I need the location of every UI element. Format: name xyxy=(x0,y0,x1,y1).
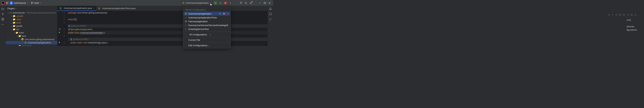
popup-item[interactable]: AutomacorpApplicationTests xyxy=(183,16,231,19)
run-gutter-icon[interactable] xyxy=(58,28,61,30)
ai-assistant-icon[interactable] xyxy=(269,12,272,16)
tree-item-selected[interactable]: AutomacorpApplication xyxy=(6,41,57,44)
wrap-icon[interactable] xyxy=(626,13,629,17)
line-number: 5 xyxy=(58,21,65,24)
popup-edit-configs[interactable]: Edit Configurations... xyxy=(183,43,231,46)
editor-tab-active[interactable]: AutomacorpApplication.java × xyxy=(58,6,96,11)
editor-tab[interactable]: AutomacorpApplicationTests.java xyxy=(96,6,138,11)
notifications-icon[interactable] xyxy=(269,7,272,10)
project-panel-header[interactable]: Project ▾ xyxy=(6,6,57,11)
tree-root[interactable]: ▾ automacorp ~/Workspace/java/automacorp xyxy=(6,11,57,14)
code-line[interactable] xyxy=(68,21,268,24)
test-icon xyxy=(184,16,187,19)
svg-point-13 xyxy=(240,2,241,3)
run-gutter-icon[interactable] xyxy=(58,31,61,34)
popup-item[interactable]: DummyUserServiceTest.testGreetingAll xyxy=(183,23,231,27)
svg-point-12 xyxy=(230,3,230,4)
folder-icon: 📁 xyxy=(16,31,18,34)
svg-point-33 xyxy=(99,8,100,9)
svg-rect-20 xyxy=(3,18,4,19)
commit-tool-icon[interactable] xyxy=(1,12,4,16)
more-icon[interactable] xyxy=(226,12,229,15)
tree-item[interactable]: ▾📁main xyxy=(6,31,57,34)
close-tab-icon[interactable]: × xyxy=(93,7,94,10)
hide-icon[interactable] xyxy=(630,13,633,17)
code-line[interactable]: package com.emse.spring.automacorp; xyxy=(68,11,268,14)
spring-icon xyxy=(98,7,100,10)
code-line[interactable]: import ... xyxy=(68,18,268,21)
tree-item[interactable]: ▸📁gradle xyxy=(6,24,57,28)
test-icon xyxy=(184,24,187,27)
folder-icon: 📁 xyxy=(13,18,16,21)
spring-icon xyxy=(184,20,187,23)
stop-button[interactable] xyxy=(223,1,228,5)
more-icon[interactable] xyxy=(228,1,232,5)
tree-item[interactable]: ▸📁.idea xyxy=(6,18,57,21)
up-icon[interactable] xyxy=(611,13,614,17)
main-menu-icon[interactable] xyxy=(6,2,9,5)
tree-item[interactable]: ▸📁build xyxy=(6,21,57,24)
tree-item[interactable]: ▸📁.gradle xyxy=(6,14,57,18)
chevron-down-icon[interactable]: ▾ xyxy=(27,2,28,4)
run-config-label: AutomacorpApplication xyxy=(186,2,209,4)
trash-icon[interactable] xyxy=(622,13,626,17)
code-line[interactable]: public static void main(String[] args) { xyxy=(68,41,268,44)
run-config-selector[interactable]: AutomacorpApplication ▾ xyxy=(181,1,213,5)
tree-item[interactable]: ▸📁resources xyxy=(6,44,57,46)
scroll-icon[interactable] xyxy=(607,13,610,17)
popup-header: Recent Configurations xyxy=(183,8,231,12)
line-number: 1 xyxy=(58,11,65,14)
clear-icon[interactable] xyxy=(615,13,618,17)
folder-icon xyxy=(9,11,12,14)
line-number: 9 xyxy=(58,41,65,44)
line-number: 3 xyxy=(58,18,65,21)
code-line[interactable] xyxy=(68,34,268,38)
source-folder-icon: 📁 xyxy=(18,35,21,37)
close-icon[interactable] xyxy=(268,1,272,5)
svg-point-41 xyxy=(228,14,228,15)
svg-rect-38 xyxy=(223,13,225,15)
popup-item[interactable]: GreetingServiceTest xyxy=(183,27,231,31)
popup-item[interactable]: FaircorpApplication xyxy=(183,19,231,23)
svg-point-11 xyxy=(230,3,230,3)
svg-rect-19 xyxy=(2,18,2,19)
spring-icon xyxy=(184,12,187,15)
run-panel-toolbar xyxy=(607,13,637,17)
line-number: 2 xyxy=(58,14,65,18)
minimize-icon[interactable] xyxy=(258,1,262,5)
gradle-tool-icon[interactable] xyxy=(269,18,272,21)
run-button[interactable] xyxy=(214,1,218,5)
restore-icon[interactable] xyxy=(263,1,267,5)
test-icon xyxy=(184,28,187,30)
svg-point-4 xyxy=(31,3,32,4)
settings-icon[interactable] xyxy=(634,13,637,17)
settings-icon[interactable] xyxy=(249,1,253,5)
project-tool-icon[interactable] xyxy=(1,7,4,10)
tree-item[interactable]: ▾📦com.emse.spring.automacorp xyxy=(6,38,57,41)
code-line[interactable]: public class AutomacorpApplication { xyxy=(68,31,268,34)
project-name[interactable]: automacorp xyxy=(14,2,26,4)
rerun-icon[interactable] xyxy=(219,12,222,15)
vcs-branch[interactable]: main ▾ xyxy=(31,2,41,4)
svg-rect-22 xyxy=(3,20,4,20)
chevron-down-icon: ▾ xyxy=(210,2,211,4)
code-with-me-icon[interactable] xyxy=(239,1,243,5)
tree-item[interactable]: ▾📁java xyxy=(6,34,57,38)
code-line[interactable]: @SpringBootApplication xyxy=(68,28,268,31)
line-number: 8 xyxy=(58,34,65,38)
author-annotation: 👤 Guillaume EHRET xyxy=(68,24,268,28)
debug-button[interactable] xyxy=(218,1,222,5)
package-icon: 📦 xyxy=(21,38,24,41)
popup-current-file[interactable]: Current File xyxy=(183,38,231,42)
popup-all-configs[interactable]: ▸ All Configurations 5 xyxy=(183,33,231,36)
run-gutter-icon[interactable] xyxy=(58,41,61,44)
svg-point-29 xyxy=(25,42,26,43)
popup-item-selected[interactable]: AutomacorpApplication xyxy=(184,12,230,16)
tree-item[interactable]: ▾📁src xyxy=(6,28,57,31)
save-icon[interactable] xyxy=(618,13,622,17)
more-tool-icon[interactable] xyxy=(1,23,4,26)
structure-tool-icon[interactable] xyxy=(1,18,4,21)
stop-icon[interactable] xyxy=(222,12,226,15)
code-line[interactable] xyxy=(68,14,268,18)
search-icon[interactable] xyxy=(244,1,248,5)
